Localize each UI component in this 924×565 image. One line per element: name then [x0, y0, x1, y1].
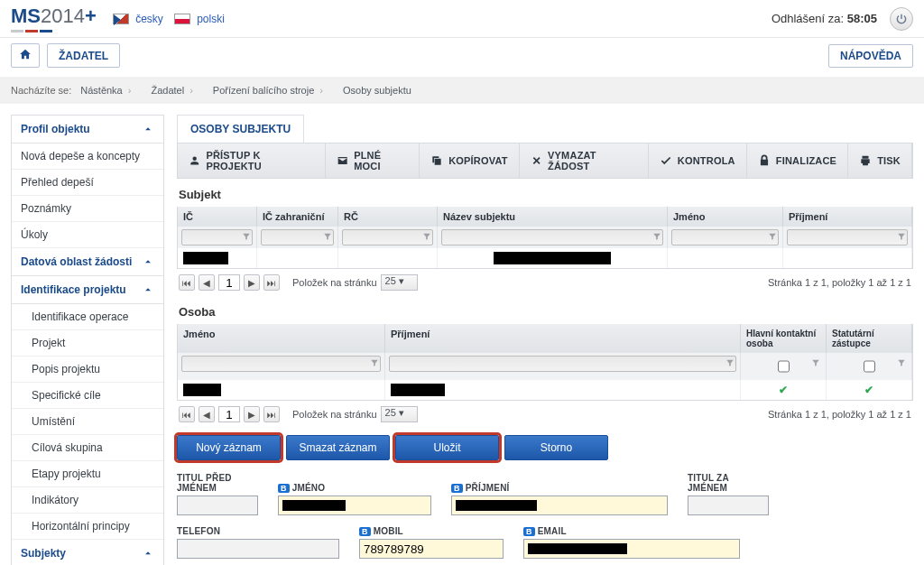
sidebar-item-poznamky[interactable]: Poznámky [12, 196, 163, 222]
chevron-up-icon [142, 255, 154, 268]
logout-button[interactable] [890, 7, 913, 31]
filter-icon[interactable] [725, 358, 735, 367]
label-telefon: TELEFON [177, 526, 339, 536]
delete-icon [531, 154, 542, 167]
col-prijmeni[interactable]: Příjmení [783, 207, 912, 227]
help-button[interactable]: NÁPOVĚDA [828, 44, 913, 68]
save-button[interactable]: Uložit [395, 435, 499, 460]
col-nazev[interactable]: Název subjektu [438, 207, 668, 227]
logo: MS2014+ [11, 5, 97, 32]
tool-delete[interactable]: VYMAZAT ŽÁDOST [520, 144, 649, 178]
sidebar-item-depese[interactable]: Nová depeše a koncepty [12, 144, 163, 170]
filter-prijmeni[interactable] [787, 229, 908, 245]
filter-hlavni-chk[interactable] [778, 358, 790, 375]
tool-check[interactable]: KONTROLA [649, 144, 747, 178]
sidebar-item-indikatory[interactable]: Indikátory [12, 487, 163, 514]
col-statutarni[interactable]: Statutární zástupce [827, 324, 912, 353]
sidebar-item-umisteni[interactable]: Umístění [12, 409, 163, 435]
sidebar-item-etapy[interactable]: Etapy projektu [12, 461, 163, 487]
filter-osoba-jmeno[interactable] [181, 356, 381, 372]
breadcrumb-current: Osoby subjektu [337, 83, 417, 97]
pager-last[interactable]: ⏭ [263, 274, 280, 291]
mail-icon [337, 154, 348, 167]
col-hlavni-kontakt[interactable]: Hlavní kontaktní osoba [741, 324, 827, 353]
tool-access[interactable]: PŘÍSTUP K PROJEKTU [178, 144, 326, 178]
col-osoba-prijmeni[interactable]: Příjmení [385, 324, 741, 353]
breadcrumb-nastenka[interactable]: Nástěnka [75, 83, 142, 97]
pager-perpage-select[interactable]: 25 ▾ [381, 274, 418, 291]
tool-finalize[interactable]: FINALIZACE [747, 144, 848, 178]
tool-print[interactable]: TISK [848, 144, 912, 178]
filter-icon[interactable] [323, 232, 332, 241]
pager2-perpage-select[interactable]: 25 ▾ [381, 406, 418, 422]
filter-rc[interactable] [342, 229, 433, 245]
input-telefon[interactable] [177, 539, 339, 559]
sidebar-item-popis[interactable]: Popis projektu [12, 357, 163, 383]
sidebar-item-projekt[interactable]: Projekt [12, 330, 163, 357]
pager2-last[interactable]: ⏭ [263, 406, 280, 422]
filter-icon[interactable] [811, 358, 820, 367]
osoba-row[interactable]: ✔ ✔ [178, 380, 912, 400]
filter-statut-chk[interactable] [864, 358, 875, 375]
pager-first[interactable]: ⏮ [179, 274, 195, 291]
sidebar-item-ukoly[interactable]: Úkoly [12, 222, 163, 248]
breadcrumb-zadatel[interactable]: Žadatel [145, 83, 203, 97]
sidebar-group-profil[interactable]: Profil objektu [12, 116, 163, 144]
input-titul-za[interactable] [688, 496, 769, 515]
input-prijmeni[interactable] [451, 496, 668, 515]
section-osoba-title: Osoba [177, 296, 913, 324]
subject-row[interactable] [178, 248, 912, 268]
sidebar-item-horizontalni[interactable]: Horizontální principy [12, 514, 163, 540]
osoba-table: Jméno Příjmení Hlavní kontaktní osoba St… [177, 324, 913, 401]
input-email[interactable] [523, 539, 740, 559]
delete-record-button[interactable]: Smazat záznam [286, 435, 390, 460]
print-icon [859, 154, 872, 167]
filter-osoba-prijmeni[interactable] [389, 356, 736, 372]
col-ic[interactable]: IČ [178, 207, 257, 227]
pager-page-input[interactable] [218, 274, 240, 291]
tool-copy[interactable]: KOPÍROVAT [420, 144, 520, 178]
sidebar-item-prehled[interactable]: Přehled depeší [12, 170, 163, 196]
col-jmeno[interactable]: Jméno [668, 207, 783, 227]
filter-icon[interactable] [422, 232, 431, 241]
filter-icon[interactable] [242, 232, 251, 241]
pager2-prev[interactable]: ◀ [199, 406, 215, 422]
filter-jmeno[interactable] [671, 229, 779, 245]
cancel-button[interactable]: Storno [504, 435, 608, 460]
sidebar-group-datova[interactable]: Datová oblast žádosti [12, 248, 163, 276]
label-mobil: BMOBIL [359, 526, 504, 536]
filter-nazev[interactable] [441, 229, 663, 245]
new-record-button[interactable]: Nový záznam [177, 435, 281, 460]
filter-icon[interactable] [897, 232, 906, 241]
breadcrumb-project[interactable]: Pořízení balícího stroje [208, 83, 334, 97]
tool-plne-moci[interactable]: PLNÉ MOCI [326, 144, 420, 178]
pager2-first[interactable]: ⏮ [179, 406, 195, 422]
pager-prev[interactable]: ◀ [199, 274, 215, 291]
col-osoba-jmeno[interactable]: Jméno [178, 324, 385, 353]
col-rc[interactable]: RČ [338, 207, 438, 227]
pager2-page-input[interactable] [218, 406, 240, 422]
pager-next[interactable]: ▶ [244, 274, 260, 291]
lang-czech[interactable]: česky [113, 13, 163, 25]
filter-icon[interactable] [897, 358, 906, 367]
sidebar-item-cilova[interactable]: Cílová skupina [12, 435, 163, 461]
sidebar-item-identop[interactable]: Identifikace operace [12, 304, 163, 330]
sidebar-group-identifikace[interactable]: Identifikace projektu [12, 276, 163, 304]
filter-icon[interactable] [768, 232, 777, 241]
sidebar-group-subjekty[interactable]: Subjekty [12, 540, 163, 565]
pager2-next[interactable]: ▶ [244, 406, 260, 422]
col-ic-zahranicni[interactable]: IČ zahraniční [257, 207, 338, 227]
lang-polish[interactable]: polski [174, 13, 225, 25]
input-jmeno[interactable] [278, 496, 431, 515]
applicant-button[interactable]: ŽADATEL [47, 43, 120, 68]
filter-icon[interactable] [652, 232, 661, 241]
filter-icon[interactable] [370, 358, 379, 367]
redacted-value [456, 500, 537, 511]
home-button[interactable] [11, 43, 40, 68]
pager-info: Stránka 1 z 1, položky 1 až 1 z 1 [768, 277, 911, 288]
subject-table: IČ IČ zahraniční RČ Název subjektu Jméno… [177, 207, 913, 269]
input-titul-pred[interactable] [177, 496, 258, 515]
sidebar-item-cile[interactable]: Specifické cíle [12, 383, 163, 409]
logout-label: Odhlášení za: 58:05 [772, 12, 877, 25]
input-mobil[interactable] [359, 539, 504, 559]
